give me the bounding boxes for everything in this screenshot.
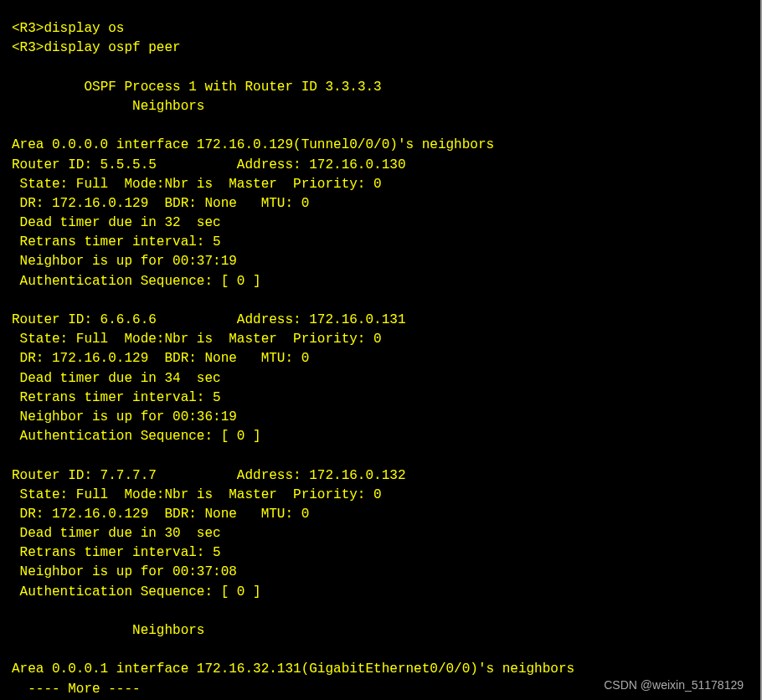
peer-1-dr: DR: 172.16.0.129 BDR: None MTU: 0 bbox=[12, 351, 309, 366]
peer-2-auth: Authentication Sequence: [ 0 ] bbox=[12, 584, 261, 600]
peer-0-uptime: Neighbor is up for 00:37:19 bbox=[12, 254, 237, 269]
ospf-process-header: OSPF Process 1 with Router ID 3.3.3.3 bbox=[12, 80, 382, 95]
peer-0-state: State: Full Mode:Nbr is Master Priority:… bbox=[12, 177, 382, 192]
prompt: <R3> bbox=[12, 21, 44, 36]
peer-1-auth: Authentication Sequence: [ 0 ] bbox=[12, 429, 261, 444]
peer-2-router-id: Router ID: 7.7.7.7 Address: 172.16.0.132 bbox=[12, 468, 405, 483]
peer-1-retrans: Retrans timer interval: 5 bbox=[12, 390, 221, 405]
peer-2-retrans: Retrans timer interval: 5 bbox=[12, 545, 221, 560]
peer-2-dr: DR: 172.16.0.129 BDR: None MTU: 0 bbox=[12, 507, 309, 522]
prompt-line-1: <R3>display os bbox=[12, 21, 124, 36]
peer-2-uptime: Neighbor is up for 00:37:08 bbox=[12, 564, 237, 579]
peer-1-state: State: Full Mode:Nbr is Master Priority:… bbox=[12, 332, 382, 347]
prompt: <R3> bbox=[12, 40, 44, 55]
peer-2-state: State: Full Mode:Nbr is Master Priority:… bbox=[12, 487, 382, 502]
peer-2-dead-timer: Dead timer due in 30 sec bbox=[12, 526, 221, 541]
more-prompt[interactable]: ---- More ---- bbox=[12, 682, 141, 697]
peer-1-router-id: Router ID: 6.6.6.6 Address: 172.16.0.131 bbox=[12, 312, 405, 327]
peer-0-auth: Authentication Sequence: [ 0 ] bbox=[12, 274, 261, 289]
neighbors-header: Neighbors bbox=[12, 99, 204, 114]
peer-1-dead-timer: Dead timer due in 34 sec bbox=[12, 371, 221, 386]
peer-0-dead-timer: Dead timer due in 32 sec bbox=[12, 215, 221, 230]
terminal-output: <R3>display os <R3>display ospf peer OSP… bbox=[0, 0, 760, 699]
area1-header: Area 0.0.0.1 interface 172.16.32.131(Gig… bbox=[12, 661, 574, 677]
peer-0-router-id: Router ID: 5.5.5.5 Address: 172.16.0.130 bbox=[12, 157, 405, 172]
peer-0-retrans: Retrans timer interval: 5 bbox=[12, 234, 221, 250]
peer-0-dr: DR: 172.16.0.129 BDR: None MTU: 0 bbox=[12, 196, 309, 211]
area0-header: Area 0.0.0.0 interface 172.16.0.129(Tunn… bbox=[12, 137, 494, 152]
command-1: display os bbox=[44, 21, 124, 36]
command-2: display ospf peer bbox=[44, 40, 180, 55]
prompt-line-2: <R3>display ospf peer bbox=[12, 40, 181, 55]
peer-1-uptime: Neighbor is up for 00:36:19 bbox=[12, 409, 237, 425]
neighbors-header-2: Neighbors bbox=[12, 623, 204, 638]
